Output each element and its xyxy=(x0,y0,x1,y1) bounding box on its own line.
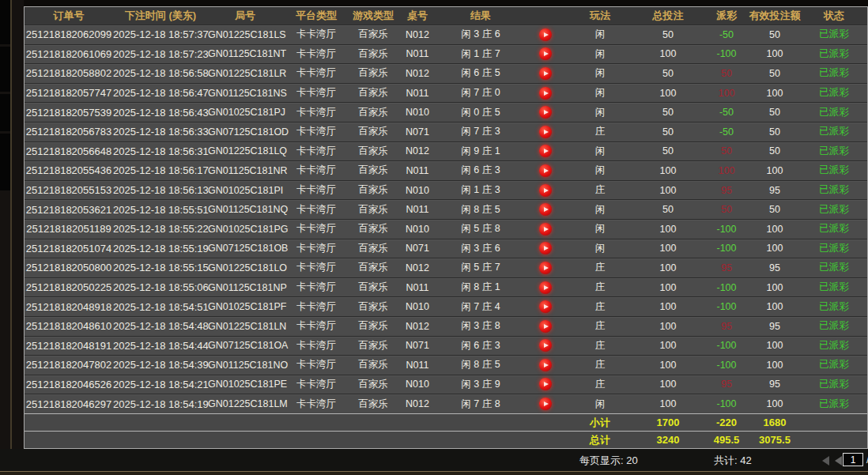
cell-play_type: 闲 xyxy=(568,164,632,177)
cell-payout: -100 xyxy=(704,360,749,371)
cell-status: 已派彩 xyxy=(801,125,867,138)
cell-round: GN01125C181NT xyxy=(208,48,282,59)
cell-result: 闲 3 庄 8 xyxy=(439,319,523,333)
cell-play xyxy=(523,359,568,371)
play-video-button[interactable] xyxy=(539,281,552,294)
cell-platform: 卡卡湾厅 xyxy=(282,261,350,274)
cell-time: 2025-12-18 18:54:48 xyxy=(113,320,208,332)
cell-valid_bet: 95 xyxy=(749,321,801,332)
cell-table_no: N071 xyxy=(396,340,439,351)
cell-round: GN01225C181LO xyxy=(208,262,282,273)
play-video-button[interactable] xyxy=(539,164,552,177)
cell-result: 闲 3 庄 6 xyxy=(439,28,523,41)
cell-time: 2025-12-18 18:56:58 xyxy=(113,67,208,79)
cell-time: 2025-12-18 18:56:43 xyxy=(113,107,208,119)
cell-result: 闲 1 庄 7 xyxy=(439,47,523,61)
play-video-button[interactable] xyxy=(539,87,552,100)
table-row: 2512181820489182025-12-18 18:54:51GN0102… xyxy=(25,296,867,316)
play-video-button[interactable] xyxy=(539,359,552,371)
play-video-button[interactable] xyxy=(539,339,552,352)
cell-time: 2025-12-18 18:55:15 xyxy=(113,262,208,273)
cell-payout: 95 xyxy=(704,185,749,196)
cell-platform: 卡卡湾厅 xyxy=(282,86,350,100)
cell-table_no: N011 xyxy=(396,48,439,59)
play-video-button[interactable] xyxy=(539,145,552,157)
play-video-button[interactable] xyxy=(539,67,552,80)
total-valid-bet: 3075.5 xyxy=(749,434,801,446)
cell-time: 2025-12-18 18:57:37 xyxy=(113,28,208,40)
cell-round: GN01225C181LM xyxy=(208,398,282,409)
cell-valid_bet: 100 xyxy=(749,165,801,176)
cell-status: 已派彩 xyxy=(801,86,867,100)
cell-platform: 卡卡湾厅 xyxy=(282,164,350,177)
cell-payout: -50 xyxy=(704,107,749,118)
cell-payout: 95 xyxy=(704,321,749,332)
cell-platform: 卡卡湾厅 xyxy=(282,203,350,217)
cell-time: 2025-12-18 18:56:13 xyxy=(113,184,208,196)
play-video-button[interactable] xyxy=(539,203,552,216)
first-page-arrow-icon[interactable] xyxy=(822,456,829,466)
cell-round: GN07125C181OB xyxy=(208,243,282,254)
cell-platform: 卡卡湾厅 xyxy=(282,378,350,391)
cell-total_bet: 100 xyxy=(632,88,704,99)
cell-play_type: 闲 xyxy=(568,398,632,411)
cell-table_no: N011 xyxy=(396,88,439,99)
play-video-button[interactable] xyxy=(539,320,552,333)
play-icon xyxy=(544,32,549,37)
cell-game: 百家乐 xyxy=(350,281,396,294)
play-video-button[interactable] xyxy=(539,223,552,236)
play-video-button[interactable] xyxy=(539,262,552,274)
cell-order: 251218182055436 xyxy=(25,164,113,176)
cell-round: GN07125C181OA xyxy=(208,340,282,351)
cell-total_bet: 50 xyxy=(632,126,704,138)
cell-game: 百家乐 xyxy=(350,358,396,371)
cell-table_no: N011 xyxy=(396,204,439,215)
play-video-button[interactable] xyxy=(539,106,552,119)
play-video-button[interactable] xyxy=(539,28,552,41)
play-video-button[interactable] xyxy=(539,378,552,390)
cell-payout: -100 xyxy=(704,48,749,59)
play-video-button[interactable] xyxy=(539,242,552,254)
cell-result: 闲 9 庄 1 xyxy=(439,145,523,158)
prev-page-arrow-icon[interactable] xyxy=(835,456,842,466)
play-icon xyxy=(544,110,549,115)
page-number-input[interactable] xyxy=(843,453,863,466)
cell-play_type: 庄 xyxy=(568,183,632,197)
header-cell-1: 下注时间 (美东) xyxy=(113,9,208,23)
cell-platform: 卡卡湾厅 xyxy=(282,125,350,138)
cell-valid_bet: 100 xyxy=(749,224,801,235)
cell-order: 251218182062099 xyxy=(25,28,113,40)
cell-order: 251218182048191 xyxy=(25,340,113,352)
cell-table_no: N071 xyxy=(396,126,439,138)
play-video-button[interactable] xyxy=(539,184,552,197)
betting-records-screen: 订单号下注时间 (美东)局号平台类型游戏类型桌号结果玩法总投注派彩有效投注额状态… xyxy=(0,0,868,475)
cell-order: 251218182050800 xyxy=(25,262,113,273)
cell-play xyxy=(523,339,568,352)
cell-result: 闲 6 庄 3 xyxy=(439,164,523,177)
play-video-button[interactable] xyxy=(539,126,552,138)
play-video-button[interactable] xyxy=(539,398,552,410)
play-video-button[interactable] xyxy=(539,47,552,60)
cell-payout: 95 xyxy=(704,262,749,273)
cell-table_no: N012 xyxy=(396,29,439,40)
play-icon xyxy=(544,168,549,173)
cell-time: 2025-12-18 18:56:33 xyxy=(113,126,208,138)
cell-total_bet: 100 xyxy=(632,398,704,409)
cell-payout: 100 xyxy=(704,88,749,99)
cell-game: 百家乐 xyxy=(350,398,396,411)
cell-game: 百家乐 xyxy=(350,339,396,352)
header-cell-11: 有效投注额 xyxy=(749,9,801,23)
cell-order: 251218182056648 xyxy=(25,145,113,157)
play-video-button[interactable] xyxy=(539,300,552,313)
cell-round: GN01225C181LR xyxy=(208,68,282,79)
cell-platform: 卡卡湾厅 xyxy=(282,66,350,80)
cell-play xyxy=(523,126,568,138)
table-row: 2512181820554362025-12-18 18:56:17GN0112… xyxy=(25,160,867,180)
subtotal-label: 小计 xyxy=(568,416,632,430)
cell-time: 2025-12-18 18:57:23 xyxy=(113,48,208,60)
cell-game: 百家乐 xyxy=(350,242,396,255)
cell-platform: 卡卡湾厅 xyxy=(282,47,350,61)
cell-status: 已派彩 xyxy=(801,242,867,255)
cell-total_bet: 100 xyxy=(632,243,704,254)
subtotal-payout: -220 xyxy=(704,417,749,428)
